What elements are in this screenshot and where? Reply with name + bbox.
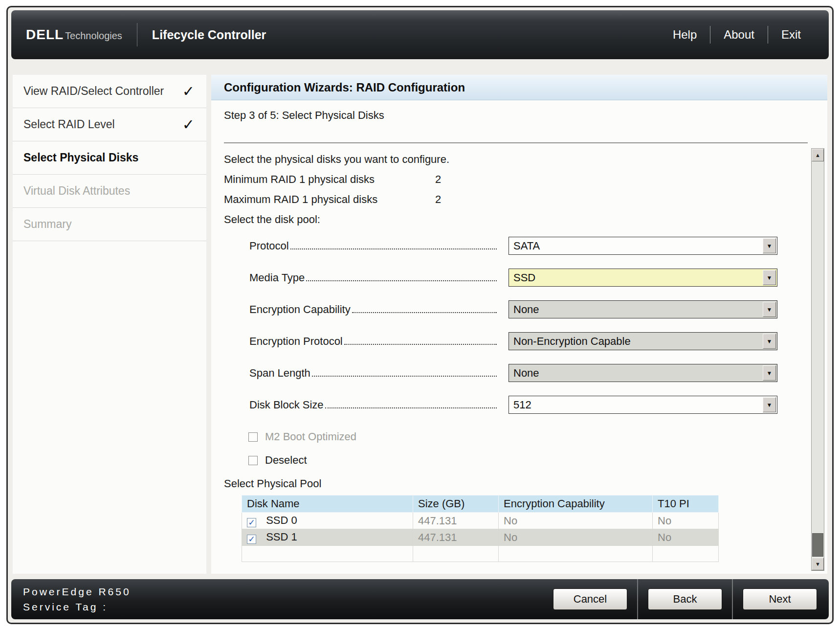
sidebar-item-label: Virtual Disk Attributes (23, 184, 130, 198)
min-disks-row: Minimum RAID 1 physical disks 2 (224, 173, 815, 186)
disk-block-size-select[interactable]: 512 ▼ (508, 396, 777, 414)
system-info: PowerEdge R650 Service Tag : (23, 586, 131, 613)
sidebar-item-label: Summary (23, 218, 71, 231)
caret-down-icon[interactable]: ▼ (763, 397, 776, 412)
max-disks-label: Maximum RAID 1 physical disks (224, 193, 435, 206)
encryption-protocol-select[interactable]: Non-Encryption Capable ▼ (508, 332, 777, 350)
sidebar-item-label: View RAID/Select Controller (23, 85, 164, 98)
scroll-up-button[interactable]: ▲ (812, 149, 824, 161)
sidebar-item-label: Select RAID Level (23, 118, 115, 131)
cancel-button[interactable]: Cancel (553, 588, 627, 610)
deselect-label: Deselect (265, 454, 307, 467)
physical-disk-table: Disk Name Size (GB) Encryption Capabilit… (242, 495, 719, 562)
system-model: PowerEdge R650 (23, 586, 131, 598)
vertical-scrollbar[interactable]: ▲ ▼ (811, 148, 824, 571)
dotted-leader (306, 280, 497, 281)
physical-pool-title: Select Physical Pool (224, 477, 815, 490)
disk-encryption: No (499, 513, 653, 529)
disk-block-size-row: Disk Block Size 512 ▼ (249, 396, 815, 414)
deselect-checkbox[interactable] (248, 456, 258, 465)
span-length-label: Span Length (249, 367, 310, 380)
media-type-select[interactable]: SSD ▼ (508, 269, 777, 287)
disk-size: 447.131 (413, 529, 499, 546)
protocol-value: SATA (513, 240, 540, 252)
col-header-t10pi: T10 PI (653, 496, 719, 513)
check-icon: ✓ (248, 518, 255, 527)
min-disks-value: 2 (435, 173, 441, 186)
disk-t10pi: No (653, 513, 719, 529)
encryption-capability-value: None (513, 303, 539, 316)
dotted-leader (325, 407, 497, 408)
bottom-bar: PowerEdge R650 Service Tag : Cancel Back… (11, 579, 829, 619)
intro-text: Select the physical disks you want to co… (224, 153, 815, 166)
disk-checkbox[interactable]: ✓ (247, 535, 256, 544)
max-disks-value: 2 (435, 193, 441, 206)
next-button[interactable]: Next (743, 588, 817, 610)
caret-down-icon[interactable]: ▼ (763, 238, 776, 253)
scrollbar-thumb[interactable] (812, 533, 823, 557)
media-type-row: Media Type SSD ▼ (249, 269, 815, 287)
span-length-row: Span Length None ▼ (249, 364, 815, 382)
header-divider (137, 23, 137, 46)
encryption-capability-row: Encryption Capability None ▼ (249, 300, 815, 318)
min-disks-label: Minimum RAID 1 physical disks (224, 173, 435, 186)
scroll-down-button[interactable]: ▼ (812, 558, 824, 570)
wizard-steps-sidebar: View RAID/Select Controller ✓ Select RAI… (13, 75, 206, 574)
disk-encryption: No (499, 529, 653, 546)
encryption-protocol-label: Encryption Protocol (249, 335, 343, 348)
table-row-empty (242, 546, 719, 562)
app-window: DELL Technologies Lifecycle Controller H… (6, 6, 834, 624)
disk-block-size-label: Disk Block Size (249, 399, 324, 411)
encryption-capability-select[interactable]: None ▼ (508, 300, 777, 318)
sidebar-item-virtual-disk-attributes: Virtual Disk Attributes ✓ (13, 175, 206, 208)
disk-checkbox[interactable]: ✓ (247, 518, 256, 527)
service-tag: Service Tag : (23, 601, 131, 613)
sidebar-item-select-raid-level[interactable]: Select RAID Level ✓ (13, 108, 206, 141)
back-button[interactable]: Back (648, 588, 722, 610)
caret-down-icon[interactable]: ▼ (763, 365, 776, 381)
header-links: Help About Exit (660, 26, 814, 44)
app-title: Lifecycle Controller (152, 28, 266, 42)
deselect-option[interactable]: Deselect (248, 454, 815, 467)
content-title-bar: Configuration Wizards: RAID Configuratio… (211, 75, 827, 100)
sidebar-item-view-raid-select-controller[interactable]: View RAID/Select Controller ✓ (13, 75, 206, 108)
step-indicator: Step 3 of 5: Select Physical Disks (224, 109, 815, 122)
caret-up-icon: ▲ (815, 152, 820, 158)
button-divider (637, 579, 638, 619)
sidebar-item-label: Select Physical Disks (23, 151, 138, 164)
caret-down-icon[interactable]: ▼ (763, 302, 776, 317)
sidebar-item-summary: Summary ✓ (13, 208, 206, 241)
protocol-row: Protocol SATA ▼ (249, 237, 815, 255)
span-length-select[interactable]: None ▼ (508, 364, 777, 382)
disk-pool-fields: Protocol SATA ▼ Media Type SSD ▼ Encrypt… (249, 237, 815, 414)
dotted-leader (344, 344, 497, 345)
dotted-leader (290, 248, 497, 249)
dell-logo-text: DELL (26, 27, 64, 43)
disk-name: SSD 0 (266, 514, 297, 526)
table-header-row: Disk Name Size (GB) Encryption Capabilit… (242, 496, 719, 513)
disk-block-size-value: 512 (513, 399, 531, 411)
dotted-leader (312, 376, 497, 377)
help-link[interactable]: Help (660, 28, 710, 42)
protocol-select[interactable]: SATA ▼ (508, 237, 777, 255)
max-disks-row: Maximum RAID 1 physical disks 2 (224, 193, 815, 206)
protocol-label: Protocol (249, 240, 289, 252)
dell-logo: DELL Technologies (26, 27, 122, 43)
checkbox-group: M2 Boot Optimized Deselect (248, 430, 815, 467)
button-divider (732, 579, 733, 619)
table-row: ✓ SSD 0 447.131 No No (242, 513, 719, 529)
media-type-value: SSD (513, 271, 535, 284)
col-header-disk-name: Disk Name (242, 496, 413, 513)
about-link[interactable]: About (710, 28, 768, 42)
caret-down-icon[interactable]: ▼ (763, 270, 776, 285)
check-icon: ✓ (248, 535, 255, 543)
page-title: Configuration Wizards: RAID Configuratio… (224, 81, 465, 94)
m2-boot-optimized-checkbox (248, 432, 258, 442)
table-row: ✓ SSD 1 447.131 No No (242, 529, 719, 546)
caret-down-icon[interactable]: ▼ (763, 334, 776, 349)
sidebar-item-select-physical-disks[interactable]: Select Physical Disks ✓ (13, 141, 206, 175)
exit-link[interactable]: Exit (768, 28, 814, 42)
encryption-protocol-value: Non-Encryption Capable (513, 335, 631, 348)
main-content-panel: Configuration Wizards: RAID Configuratio… (211, 75, 827, 574)
col-header-size: Size (GB) (413, 496, 499, 513)
